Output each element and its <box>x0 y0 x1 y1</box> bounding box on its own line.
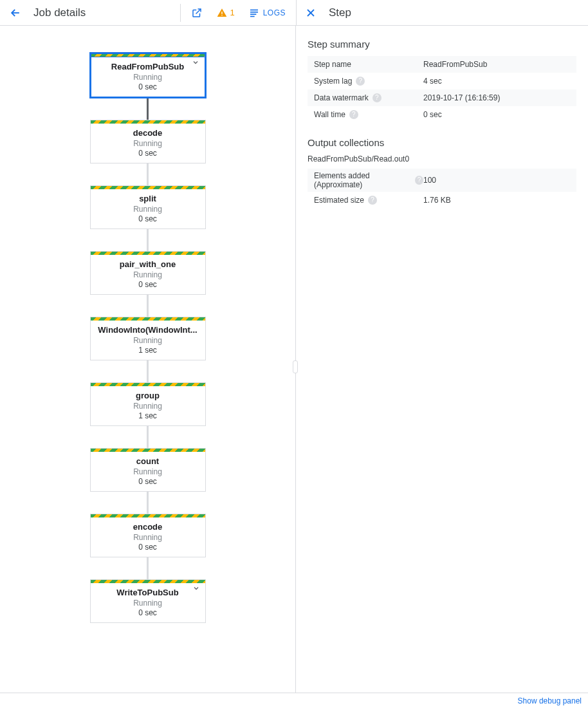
graph-node[interactable]: pair_with_oneRunning0 sec <box>90 251 206 295</box>
node-name: ReadFromPubSub <box>96 62 199 71</box>
graph-node[interactable]: encodeRunning0 sec <box>90 514 206 557</box>
kv-key: Elements added (Approximate)? <box>314 171 423 189</box>
running-stripe <box>91 514 205 517</box>
node-time: 1 sec <box>96 346 200 355</box>
node-time: 0 sec <box>96 608 200 617</box>
kv-key: Wall time? <box>314 110 423 119</box>
graph-node[interactable]: ReadFromPubSubRunning0 sec <box>90 53 206 98</box>
top-bar-actions: 1 LOGS <box>180 4 296 22</box>
chevron-down-icon[interactable] <box>192 584 200 592</box>
graph-connector <box>147 426 149 448</box>
running-stripe <box>91 186 205 189</box>
node-name: encode <box>96 522 200 532</box>
graph-node[interactable]: splitRunning0 sec <box>90 185 206 229</box>
help-icon[interactable]: ? <box>415 176 423 185</box>
back-arrow-icon[interactable] <box>9 6 22 19</box>
node-status: Running <box>96 139 200 148</box>
node-status: Running <box>96 336 200 345</box>
node-status: Running <box>96 402 200 411</box>
kv-value: ReadFromPubSub <box>423 60 570 69</box>
graph-connector <box>147 229 149 251</box>
running-stripe <box>91 580 205 583</box>
graph-node[interactable]: countRunning0 sec <box>90 448 206 492</box>
help-icon[interactable]: ? <box>368 196 377 205</box>
help-icon[interactable]: ? <box>349 110 358 119</box>
node-time: 0 sec <box>96 543 200 552</box>
node-name: WindowInto(WindowInt... <box>96 325 200 335</box>
kv-row: Elements added (Approximate)?100 <box>308 169 576 192</box>
node-status: Running <box>96 533 200 542</box>
kv-value: 4 sec <box>423 77 570 86</box>
logs-button[interactable]: LOGS <box>249 8 286 18</box>
node-time: 0 sec <box>96 214 200 223</box>
graph-node[interactable]: WriteToPubSubRunning0 sec <box>90 579 206 623</box>
kv-value: 100 <box>423 176 570 185</box>
kv-row: Wall time?0 sec <box>308 106 576 123</box>
node-name: count <box>96 456 200 466</box>
graph-node[interactable]: groupRunning1 sec <box>90 382 206 426</box>
kv-row: Estimated size?1.76 KB <box>308 192 576 209</box>
help-icon[interactable]: ? <box>356 77 365 86</box>
kv-value: 2019-10-17 (16:16:59) <box>423 93 570 102</box>
pipeline-graph: ReadFromPubSubRunning0 secdecodeRunning0… <box>0 26 295 649</box>
graph-connector <box>147 163 149 185</box>
running-stripe <box>91 120 205 124</box>
kv-key: Data watermark? <box>314 93 423 102</box>
footer-bar: Show debug panel <box>0 693 588 708</box>
step-summary-title: Step summary <box>308 39 576 50</box>
svg-rect-1 <box>222 15 223 15</box>
kv-key: System lag? <box>314 77 423 86</box>
graph-connector <box>147 98 149 120</box>
top-bar-left: Job details 1 LOGS <box>0 0 296 25</box>
top-bar: Job details 1 LOGS Step <box>0 0 588 26</box>
graph-node[interactable]: decodeRunning0 sec <box>90 120 206 163</box>
node-time: 0 sec <box>96 477 200 486</box>
show-debug-panel-link[interactable]: Show debug panel <box>518 696 582 705</box>
svg-rect-0 <box>222 12 223 14</box>
step-summary-table: Step nameReadFromPubSubSystem lag?4 secD… <box>308 56 576 123</box>
node-name: group <box>96 391 200 400</box>
svg-rect-5 <box>250 15 255 17</box>
graph-panel[interactable]: ReadFromPubSubRunning0 secdecodeRunning0… <box>0 26 296 708</box>
graph-connector <box>147 557 149 579</box>
kv-row: Step nameReadFromPubSub <box>308 56 576 73</box>
node-name: pair_with_one <box>96 259 200 269</box>
top-bar-right: Step <box>296 0 588 25</box>
step-details-panel: Step summary Step nameReadFromPubSubSyst… <box>296 26 588 708</box>
logs-icon <box>249 8 259 18</box>
node-time: 0 sec <box>96 149 200 158</box>
running-stripe <box>91 252 205 255</box>
node-status: Running <box>96 467 200 476</box>
node-time: 0 sec <box>96 280 200 289</box>
step-panel-title: Step <box>329 6 351 19</box>
splitter-handle[interactable] <box>293 360 298 373</box>
open-external-icon[interactable] <box>191 7 203 19</box>
running-stripe <box>91 317 205 321</box>
running-stripe <box>91 383 205 386</box>
graph-node[interactable]: WindowInto(WindowInt...Running1 sec <box>90 317 206 360</box>
node-name: split <box>96 194 200 203</box>
kv-row: System lag?4 sec <box>308 73 576 89</box>
node-status: Running <box>96 73 199 82</box>
node-status: Running <box>96 599 200 608</box>
running-stripe <box>91 54 205 57</box>
chevron-down-icon[interactable] <box>192 59 199 66</box>
close-panel-icon[interactable] <box>304 6 317 19</box>
node-name: decode <box>96 128 200 138</box>
warning-indicator[interactable]: 1 <box>217 8 234 18</box>
main-split: ReadFromPubSubRunning0 secdecodeRunning0… <box>0 26 588 708</box>
output-collection-name: ReadFromPubSub/Read.out0 <box>308 154 576 163</box>
page-title: Job details <box>33 6 86 19</box>
kv-value: 0 sec <box>423 110 570 119</box>
svg-rect-2 <box>250 9 258 10</box>
kv-key: Estimated size? <box>314 196 423 205</box>
graph-connector <box>147 492 149 514</box>
logs-label: LOGS <box>263 8 286 17</box>
node-name: WriteToPubSub <box>96 588 200 597</box>
node-time: 0 sec <box>96 82 199 91</box>
node-time: 1 sec <box>96 411 200 420</box>
svg-rect-4 <box>250 14 256 15</box>
warning-icon <box>217 8 227 18</box>
graph-connector <box>147 360 149 382</box>
help-icon[interactable]: ? <box>372 93 381 102</box>
